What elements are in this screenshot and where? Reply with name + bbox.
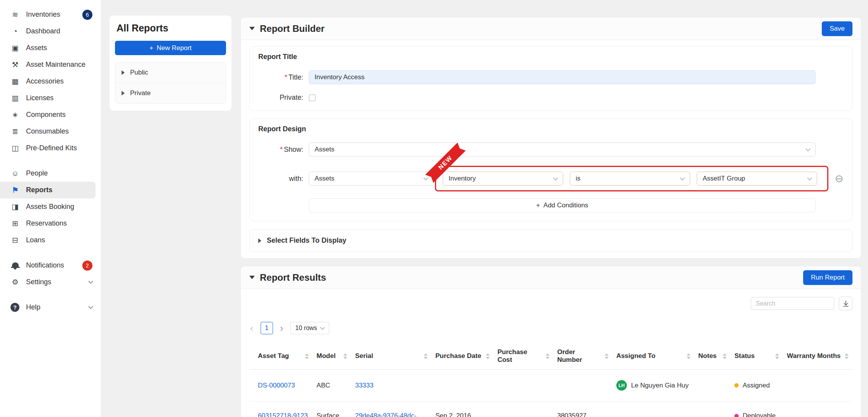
gear-icon: ⚙ [10,278,20,287]
collapse-caret-icon[interactable] [249,276,255,279]
condition-highlight-group: NEW Inventory is AssetIT Group [435,166,828,191]
sidebar-item-consumables[interactable]: ≣ Consumables [0,123,101,140]
group-row-public[interactable]: Public [115,63,226,83]
next-page-button[interactable]: › [280,323,284,333]
sidebar-item-assets[interactable]: ▣ Assets [0,40,101,56]
sort-icon[interactable] [775,353,779,359]
dashboard-icon: ◔ [10,27,20,36]
components-icon: ∗ [10,110,20,119]
status-badge: Assigned [734,382,779,389]
table-row: DS-0000073 ABC 33333 LH Le Nguyen Gia Hu… [249,370,852,401]
sidebar-item-settings[interactable]: ⚙ Settings [0,274,101,290]
sidebar-item-reservations[interactable]: ⊞ Reservations [0,215,101,232]
run-report-button[interactable]: Run Report [803,270,852,285]
title-input[interactable] [309,70,816,84]
sidebar-item-licenses[interactable]: ▥ Licenses [0,90,101,106]
caret-right-icon [122,91,125,96]
serial-link[interactable]: 29de48a-9376-48dc-... [355,412,422,417]
with-entity-select[interactable]: Assets [309,172,433,186]
purchase-date-cell [431,370,494,401]
licenses-icon: ▥ [10,94,20,103]
sidebar-item-components[interactable]: ∗ Components [0,106,101,123]
assigned-to-name: Le Nguyen Gia Huy [631,382,689,389]
select-fields-section[interactable]: Select Fields To Display [249,229,852,252]
sidebar-item-accessories[interactable]: ▦ Accessories [0,73,101,90]
assigned-to-cell: LH Le Nguyen Gia Huy [616,380,691,391]
condition-operator-select[interactable]: is [570,172,690,186]
sort-icon[interactable] [605,353,609,359]
col-model: Model [313,343,351,370]
sidebar-item-dashboard[interactable]: ◔ Dashboard [0,23,101,40]
accessories-icon: ▦ [10,77,20,86]
sort-icon[interactable] [546,353,550,359]
sidebar-item-loans[interactable]: ⊟ Loans [0,232,101,248]
show-row: *Show: Assets [258,142,844,156]
consumables-icon: ≣ [10,127,20,136]
sidebar-item-label: People [26,169,48,177]
sidebar-item-label: Settings [26,278,51,286]
sidebar-item-assets-booking[interactable]: ◨ Assets Booking [0,198,101,215]
chevron-down-icon [423,175,428,181]
sidebar-item-label: Pre-Defined Kits [26,144,77,152]
sort-icon[interactable] [723,353,727,359]
report-builder-header: Report Builder Save [241,17,861,40]
model-cell: Surface [313,401,351,417]
report-results-title: Report Results [260,272,326,283]
sidebar-item-pre-defined-kits[interactable]: ◫ Pre-Defined Kits [0,140,101,156]
collapse-caret-icon[interactable] [249,27,255,30]
save-button[interactable]: Save [822,21,852,36]
col-notes: Notes [694,343,731,370]
prev-page-button[interactable]: ‹ [250,323,254,333]
add-conditions-label: Add Conditions [543,202,588,209]
asset-tag-link[interactable]: 603152718-9123 [258,412,308,417]
report-groups: Public Private [115,62,226,104]
required-mark: * [280,146,283,153]
main-content: Report Builder Save Report Title *Title:… [240,17,861,417]
download-button[interactable] [839,297,852,310]
serial-link[interactable]: 33333 [355,382,373,389]
status-dot-icon [734,383,739,387]
condition-operator-value: is [576,175,580,182]
private-label: Private: [258,94,309,102]
col-purchase-cost: Purchase Cost [494,343,553,370]
sidebar-item-reports[interactable]: ⚑ Reports [0,182,96,198]
rows-per-page-select[interactable]: 10 rows [290,322,329,334]
group-row-private[interactable]: Private [115,83,226,103]
report-results-panel: Report Results Run Report ‹ 1 › 10 rows [240,266,861,417]
page-number-button[interactable]: 1 [261,322,273,334]
required-mark: * [285,73,287,81]
private-checkbox[interactable] [309,94,316,101]
add-conditions-button[interactable]: + Add Conditions [309,198,816,212]
report-design-section: Report Design *Show: Assets with: Assets [249,118,852,221]
sort-icon[interactable] [486,353,490,359]
sort-icon[interactable] [424,353,428,359]
sidebar-item-notifications[interactable]: Notifications 2 [0,257,101,274]
sort-icon[interactable] [845,353,849,359]
sidebar-item-people[interactable]: ☺ People [0,165,101,182]
col-order-number: Order Number [553,343,612,370]
caret-right-icon [122,70,125,75]
results-table: Asset Tag Model Serial Purchase Date Pur… [249,343,852,417]
remove-condition-icon[interactable]: ⊖ [835,174,844,184]
condition-value-select[interactable]: AssetIT Group [697,172,817,186]
asset-tag-link[interactable]: DS-0000073 [258,382,295,389]
sidebar-item-label: Assets Booking [26,203,74,211]
report-design-heading: Report Design [258,125,844,133]
chevron-down-icon [805,146,811,151]
sidebar-item-asset-maintenance[interactable]: ⚒ Asset Maintenance [0,56,101,73]
sidebar-item-label: Notifications [26,261,64,269]
table-header-row: Asset Tag Model Serial Purchase Date Pur… [249,343,852,370]
reports-flag-icon: ⚑ [10,186,20,195]
with-row: with: Assets NEW Inventory [258,166,844,191]
sort-icon[interactable] [687,353,691,359]
show-select[interactable]: Assets [309,142,816,156]
new-report-button[interactable]: + New Report [115,41,226,55]
sidebar-item-inventories[interactable]: ≋ Inventories 6 [0,6,101,23]
sort-icon[interactable] [305,353,309,359]
app-root: ≋ Inventories 6 ◔ Dashboard ▣ Assets ⚒ A… [0,0,868,417]
sidebar-item-help[interactable]: ? Help [0,299,101,316]
search-input[interactable] [751,297,834,310]
chevron-down-icon [807,175,812,181]
condition-field-select[interactable]: Inventory [443,172,563,186]
sort-icon[interactable] [343,353,347,359]
